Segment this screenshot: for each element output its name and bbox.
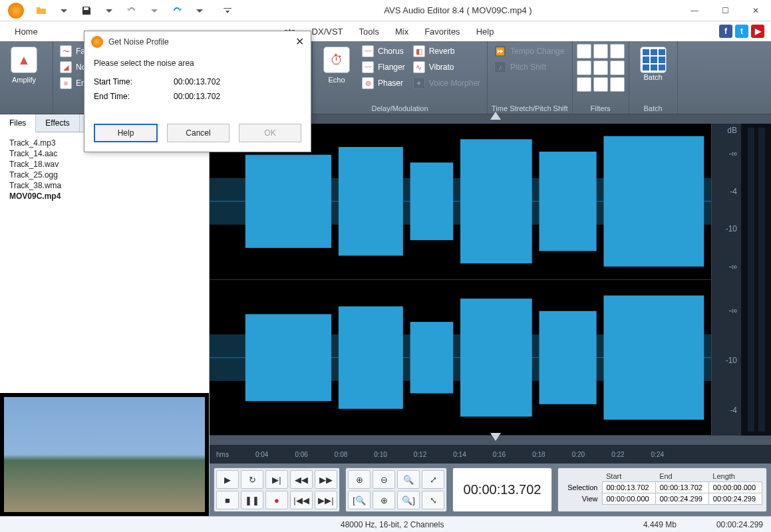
effects-tab[interactable]: Effects [36,114,79,132]
echo-button[interactable]: ⏱Echo [317,44,357,86]
chorus-button[interactable]: 〰Chorus [359,44,408,59]
menu-mix[interactable]: Mix [387,24,416,39]
go-start-button[interactable]: |◀◀ [290,491,313,509]
dropdown-icon[interactable] [55,3,73,19]
sel-length[interactable]: 00:00:00.000 [708,482,762,493]
dropdown-icon[interactable] [145,3,164,19]
dialog-close-button[interactable]: ✕ [295,35,304,48]
svg-rect-7 [603,136,704,267]
zoom-vertical-button[interactable]: ⤢ [422,470,444,489]
file-item[interactable]: Track_38.wma [9,180,200,191]
rewind-button[interactable]: ◀◀ [290,470,313,489]
zoom-in-button[interactable]: ⊕ [348,470,371,489]
youtube-icon[interactable]: ▶ [751,25,764,38]
titlebar: AVS Audio Editor 8.4 ( MOV09C.mp4 ) — ☐ … [0,0,771,21]
maximize-button[interactable]: ☐ [710,0,740,21]
chorus-icon: 〰 [362,45,374,57]
record-button[interactable]: ● [265,491,288,509]
filter-icon[interactable] [593,44,608,59]
menu-home[interactable]: Home [7,24,46,39]
delay-group-label: Delay/Modulation [317,102,483,112]
help-button[interactable]: Help [94,124,158,142]
zoom-sel-button[interactable]: ⊕ [373,491,395,509]
sel-start[interactable]: 00:00:13.702 [602,482,655,493]
file-item[interactable]: Track_18.wav [9,159,200,170]
pitch-icon: ♪ [494,61,506,73]
svg-rect-4 [410,162,454,240]
dialog-titlebar[interactable]: Get Noise Profile ✕ [84,31,311,52]
zoom-fit-button[interactable]: ⤡ [422,491,444,509]
position-scrollbar[interactable] [210,436,771,445]
play-button[interactable]: ▶ [216,470,239,489]
forward-button[interactable]: ▶▶ [315,470,337,489]
pause-button[interactable]: ❚❚ [241,491,263,509]
zoom-sel-in-button[interactable]: [🔍 [348,491,371,509]
filter-icon[interactable] [593,77,608,92]
next-button[interactable]: ▶| [265,470,288,489]
save-icon[interactable] [77,3,96,19]
filters-group-label: Filters [577,102,625,112]
view-start[interactable]: 00:00:00.000 [602,493,655,505]
sel-end[interactable]: 00:00:13.702 [655,482,708,493]
twitter-icon[interactable]: t [735,25,748,38]
waveform-channel-right[interactable] [210,280,711,436]
filter-icon[interactable] [577,77,591,92]
filter-icon[interactable] [577,61,591,75]
amplify-button[interactable]: ▲Amplify [4,44,44,86]
dropdown-icon[interactable] [190,3,209,19]
end-time-label: End Time: [94,92,174,101]
minimize-button[interactable]: — [679,0,710,21]
file-item[interactable]: Track_25.ogg [9,170,200,180]
file-item-selected[interactable]: MOV09C.mp4 [9,191,200,201]
flanger-icon: 〰 [362,61,374,73]
pitch-shift-button[interactable]: ♪Pitch Shift [492,60,567,74]
zoom-out-button[interactable]: ⊖ [373,470,395,489]
file-list: Track_4.mp3 Track_14.aac Track_18.wav Tr… [0,132,209,393]
video-preview [0,393,209,516]
loop-button[interactable]: ↻ [241,470,263,489]
view-end[interactable]: 00:00:24.299 [655,493,708,505]
phaser-button[interactable]: ⊚Phaser [359,76,408,90]
vibrato-button[interactable]: ∿Vibrato [410,60,483,74]
cancel-button[interactable]: Cancel [167,124,230,142]
menu-favorites[interactable]: Favorites [416,24,468,39]
undo-icon[interactable] [122,3,141,19]
zoom-reset-button[interactable]: 🔍 [397,470,420,489]
filter-icon[interactable] [610,44,625,59]
stop-button[interactable]: ■ [216,491,239,509]
status-size: 4.449 Mb [643,520,677,529]
go-end-button[interactable]: ▶▶| [315,491,337,509]
app-icon [8,3,24,19]
redo-icon[interactable] [168,3,186,19]
files-tab[interactable]: Files [0,114,36,132]
view-length[interactable]: 00:00:24.299 [708,493,762,505]
filter-icon[interactable] [610,77,625,92]
close-button[interactable]: ✕ [740,0,771,21]
facebook-icon[interactable]: f [719,25,732,38]
preview-frame [4,397,205,512]
filter-icon[interactable] [610,61,625,75]
filter-icon[interactable] [593,61,608,75]
menu-tools[interactable]: Tools [351,24,387,39]
filter-icon[interactable] [577,44,591,59]
menu-help[interactable]: Help [468,24,502,39]
open-folder-icon[interactable] [32,3,51,19]
customize-dropdown-icon[interactable] [218,3,237,19]
ok-button[interactable]: OK [239,124,301,142]
voice-morpher-button[interactable]: ✦Voice Morpher [410,76,483,90]
flanger-button[interactable]: 〰Flanger [359,60,408,74]
waveform-channels[interactable] [210,124,711,436]
svg-rect-12 [410,322,454,393]
amplify-label: Amplify [12,76,36,84]
filters-grid[interactable] [577,44,625,92]
tempo-change-button[interactable]: ⏩Tempo Change [492,44,567,59]
zoom-sel-out-button[interactable]: 🔍] [397,491,420,509]
dropdown-icon[interactable] [100,3,118,19]
batch-button[interactable]: Batch [633,44,673,84]
dialog-icon [91,36,103,48]
zoom-controls: ⊕ ⊖ 🔍 ⤢ [🔍 ⊕ 🔍] ⤡ [345,467,447,512]
svg-rect-10 [245,314,331,401]
time-ruler[interactable]: hms 0:04 0:06 0:08 0:10 0:12 0:14 0:16 0… [210,445,771,464]
position-thumb[interactable] [490,433,501,441]
reverb-button[interactable]: ◧Reverb [410,44,483,59]
